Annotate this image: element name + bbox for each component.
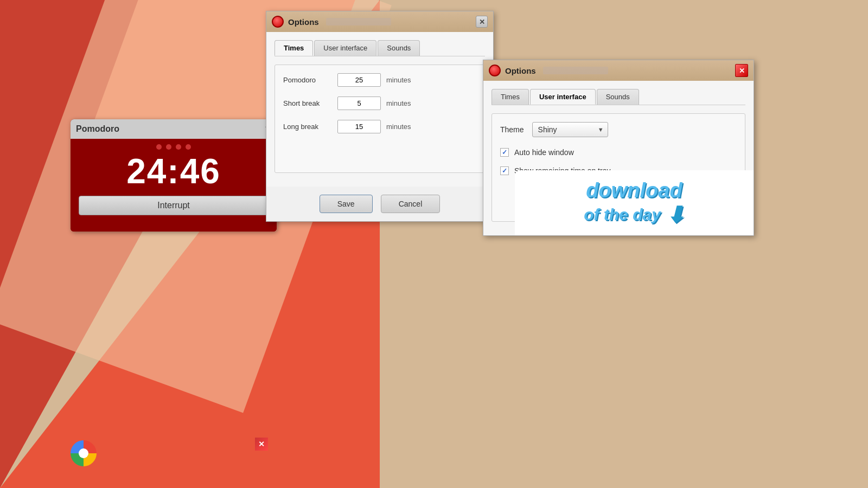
short-break-input[interactable] — [337, 97, 381, 110]
tab-times-2[interactable]: Times — [492, 89, 529, 105]
download-of-the-day-label: of the day — [584, 206, 661, 224]
dialog-1-title-text: Options — [288, 17, 319, 27]
download-arrow-icon: ⬇ — [666, 202, 685, 227]
options-dialog-1: Options ✕ Times User interface Sounds Po… — [266, 11, 494, 222]
pomodoro-titlebar: Pomodoro ∨ — [71, 119, 277, 139]
close-x-icon[interactable]: ✕ — [255, 438, 268, 451]
long-break-row: Long break minutes — [283, 120, 476, 133]
download-text-main: download — [586, 179, 682, 202]
dialog-1-inner-panel: Pomodoro minutes Short break minutes Lon… — [275, 65, 485, 173]
short-break-row: Short break minutes — [283, 97, 476, 110]
show-tray-checkbox[interactable] — [500, 166, 509, 175]
tab-times-1[interactable]: Times — [275, 40, 313, 56]
dialog-1-close-button[interactable]: ✕ — [476, 16, 488, 28]
theme-select-wrapper: Shiny Classic Dark — [532, 122, 608, 137]
dialog-2-title-blur — [543, 67, 608, 74]
pomodoro-dot-3 — [176, 144, 181, 150]
tab-sounds-2[interactable]: Sounds — [597, 89, 639, 105]
cancel-button[interactable]: Cancel — [381, 195, 441, 213]
dialog-2-title-text: Options — [505, 66, 536, 75]
pomodoro-dot-1 — [156, 144, 162, 150]
short-break-label: Short break — [283, 99, 332, 107]
pomodoro-dots — [156, 144, 191, 150]
interrupt-button[interactable]: Interrupt — [79, 196, 269, 215]
dialog-1-content: Times User interface Sounds Pomodoro min… — [266, 32, 493, 187]
pomodoro-timer-display: 24:46 — [126, 152, 221, 190]
long-break-input[interactable] — [337, 120, 381, 133]
pomodoro-title: Pomodoro — [76, 124, 119, 134]
download-text-of-the-day: of the day ⬇ — [584, 202, 685, 227]
pomodoro-row: Pomodoro minutes — [283, 73, 476, 87]
long-break-label: Long break — [283, 123, 332, 131]
dialog-1-titlebar: Options ✕ — [266, 11, 493, 32]
pomodoro-dot-2 — [166, 144, 171, 150]
auto-hide-label: Auto hide window — [514, 148, 574, 157]
dialog-1-tabs: Times User interface Sounds — [275, 40, 485, 56]
theme-label: Theme — [500, 125, 524, 134]
tab-sounds-1[interactable]: Sounds — [378, 40, 420, 56]
dialog-1-buttons: Save Cancel — [266, 187, 493, 221]
download-badge: download of the day ⬇ — [515, 170, 754, 235]
dialog-2-tabs: Times User interface Sounds — [492, 89, 745, 105]
options-dialog-2: Options ✕ Times User interface Sounds Th… — [483, 60, 754, 236]
dialog-1-title-blur — [326, 18, 391, 25]
dialog-1-app-icon — [272, 16, 284, 28]
pomodoro-label: Pomodoro — [283, 76, 332, 84]
long-break-minutes-label: minutes — [386, 123, 411, 131]
dialog-1-title-left: Options — [272, 16, 391, 28]
pomodoro-minutes-label: minutes — [386, 76, 411, 84]
auto-hide-row: Auto hide window — [500, 148, 737, 157]
save-button[interactable]: Save — [320, 195, 373, 213]
dialog-2-close-button[interactable]: ✕ — [735, 64, 748, 77]
auto-hide-checkbox[interactable] — [500, 148, 509, 157]
chrome-icon-area: ✕ — [71, 440, 97, 466]
pomodoro-input[interactable] — [337, 73, 381, 87]
dialog-2-app-icon — [489, 65, 501, 76]
pomodoro-body: 24:46 Interrupt — [71, 139, 277, 215]
pomodoro-dot-4 — [186, 144, 191, 150]
tab-user-interface-2[interactable]: User interface — [530, 89, 596, 105]
dialog-2-title-left: Options — [489, 65, 608, 76]
tab-user-interface-1[interactable]: User interface — [314, 40, 376, 56]
theme-select[interactable]: Shiny Classic Dark — [532, 122, 608, 137]
short-break-minutes-label: minutes — [386, 99, 411, 107]
pomodoro-widget: Pomodoro ∨ 24:46 Interrupt — [71, 119, 277, 232]
dialog-2-titlebar: Options ✕ — [483, 60, 754, 81]
theme-row: Theme Shiny Classic Dark — [500, 122, 737, 137]
pomodoro-footer — [71, 215, 277, 232]
chrome-icon[interactable] — [71, 440, 97, 466]
